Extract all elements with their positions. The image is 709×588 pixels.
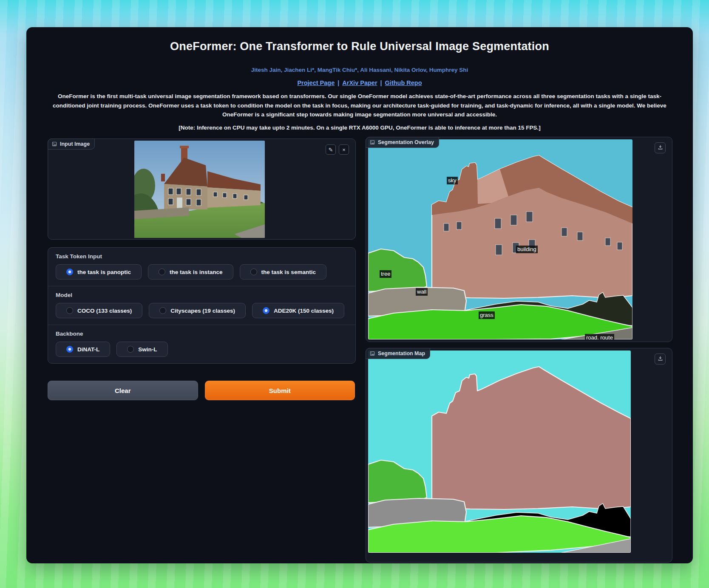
task-token-label: Task Token Input xyxy=(56,253,348,260)
controls-panel: Task Token Input the task is panoptic th… xyxy=(48,247,356,364)
image-icon xyxy=(52,141,57,147)
radio-label: DiNAT-L xyxy=(77,346,99,353)
radio-label: the task is panoptic xyxy=(77,269,131,275)
github-repo-link[interactable]: Github Repo xyxy=(385,79,422,86)
input-image-panel: Input Image ✎ × xyxy=(48,139,356,240)
pencil-icon: ✎ xyxy=(329,147,333,153)
app-container: OneFormer: One Transformer to Rule Unive… xyxy=(26,27,693,563)
backbone-group: Backbone DiNAT-L Swin-L xyxy=(48,325,355,363)
radio-label: the task is instance xyxy=(170,269,223,275)
segmentation-map-badge: Segmentation Map xyxy=(366,348,430,359)
map-scene xyxy=(368,351,631,553)
segmentation-overlay-badge: Segmentation Overlay xyxy=(366,137,439,148)
authors-line: Jitesh Jain, Jiachen Li*, MangTik Chiu*,… xyxy=(26,67,693,73)
segment-label-grass: grass xyxy=(479,311,495,319)
segmentation-map-label: Segmentation Map xyxy=(378,351,425,356)
radio-task-semantic[interactable]: the task is semantic xyxy=(240,264,326,280)
segment-label-road: road, route xyxy=(585,334,614,339)
input-image-preview[interactable] xyxy=(134,141,265,238)
submit-button[interactable]: Submit xyxy=(205,381,355,400)
radio-icon xyxy=(66,307,73,314)
image-icon xyxy=(370,140,375,145)
segment-label-building: building xyxy=(516,246,538,253)
action-buttons-row: Clear Submit xyxy=(48,381,355,400)
segment-label-tree: tree xyxy=(380,270,391,278)
arxiv-paper-link[interactable]: ArXiv Paper xyxy=(342,79,377,86)
segmentation-overlay-panel: Segmentation Overlay xyxy=(366,137,672,342)
segment-label-wall: wall xyxy=(416,288,428,296)
model-group: Model COCO (133 classes) Cityscapes (19 … xyxy=(48,286,355,325)
download-icon xyxy=(658,144,663,152)
radio-icon xyxy=(66,269,73,275)
radio-icon xyxy=(250,269,257,275)
inference-note: [Note: Inference on CPU may take upto 2 … xyxy=(26,124,693,131)
radio-icon xyxy=(263,307,269,314)
clear-image-button[interactable]: × xyxy=(339,144,349,155)
model-label: Model xyxy=(56,292,348,298)
segment-label-sky: sky xyxy=(447,177,458,184)
close-icon: × xyxy=(342,147,346,153)
radio-label: the task is semantic xyxy=(261,269,316,275)
download-overlay-button[interactable] xyxy=(655,142,666,153)
input-image-label: Input Image xyxy=(60,141,90,147)
radio-label: Cityscapes (19 classes) xyxy=(170,308,235,314)
segmentation-map-panel: Segmentation Map xyxy=(366,348,672,563)
radio-backbone-swin[interactable]: Swin-L xyxy=(116,342,167,357)
image-icon xyxy=(370,351,375,356)
segmentation-overlay-image: sky building tree wall grass road, route xyxy=(368,139,632,339)
radio-icon xyxy=(127,346,134,353)
task-token-group: Task Token Input the task is panoptic th… xyxy=(48,248,355,286)
backbone-label: Backbone xyxy=(56,331,348,337)
radio-label: COCO (133 classes) xyxy=(77,308,132,314)
segmentation-overlay-label: Segmentation Overlay xyxy=(378,139,434,145)
clear-button[interactable]: Clear xyxy=(48,381,198,400)
link-separator: | xyxy=(337,79,339,86)
house-photo xyxy=(134,141,265,238)
radio-model-ade20k[interactable]: ADE20K (150 classes) xyxy=(252,303,344,318)
radio-icon xyxy=(159,269,165,275)
radio-label: Swin-L xyxy=(138,346,157,353)
radio-icon xyxy=(66,346,73,353)
edit-image-button[interactable]: ✎ xyxy=(326,144,336,155)
segmentation-map-image xyxy=(368,351,631,553)
radio-model-cityscapes[interactable]: Cityscapes (19 classes) xyxy=(149,303,246,318)
link-separator: | xyxy=(380,79,382,86)
radio-task-instance[interactable]: the task is instance xyxy=(148,264,233,280)
radio-backbone-dinat[interactable]: DiNAT-L xyxy=(56,342,110,357)
description-text: OneFormer is the first multi-task univer… xyxy=(50,92,669,119)
radio-task-panoptic[interactable]: the task is panoptic xyxy=(56,264,142,280)
page-title: OneFormer: One Transformer to Rule Unive… xyxy=(26,27,693,53)
project-page-link[interactable]: Project Page xyxy=(297,79,335,86)
links-row: Project Page|ArXiv Paper|Github Repo xyxy=(26,79,693,86)
radio-icon xyxy=(159,307,166,314)
download-icon xyxy=(658,355,663,363)
download-map-button[interactable] xyxy=(655,353,666,365)
input-image-label-badge: Input Image xyxy=(48,139,95,150)
radio-model-coco[interactable]: COCO (133 classes) xyxy=(56,303,142,318)
overlay-scene xyxy=(368,139,632,339)
radio-label: ADE20K (150 classes) xyxy=(274,308,334,314)
